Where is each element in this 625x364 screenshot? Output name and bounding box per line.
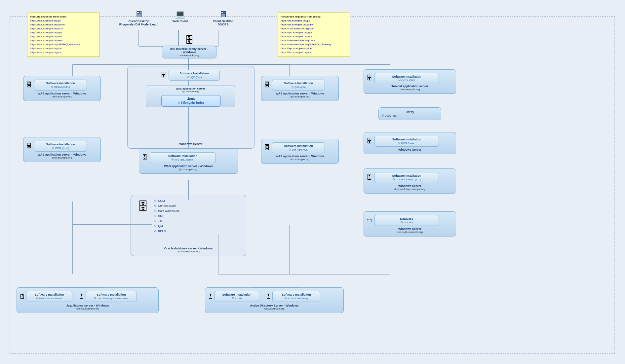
web-client: 💻 Web Client <box>167 9 193 23</box>
jazz-float-si-label: Software Installation <box>89 293 134 296</box>
forwarded-note: Forwarded requests from proxy: https://j… <box>278 13 350 57</box>
forwarded-url-9: https://dm.example.org/vvc <box>281 51 347 55</box>
client-desktop-doors: 🖥 Client DesktopDOORS <box>207 9 240 26</box>
dm-outer-box: 🗄 Software Installation ⚙ DM (/dm,/vvc) … <box>261 139 339 164</box>
qm-si-sub: QM (/qm) <box>294 86 306 89</box>
forwarded-url-4: https://qm.example.org/qm <box>281 31 347 35</box>
jena-label: Jena <box>164 97 218 101</box>
rds-ldap-gear-icon: ⚙ <box>284 297 287 300</box>
forwarded-url-3: https://ccm.example.org/ccm <box>281 27 347 31</box>
lqe-outer-box: 🗄 Software Installation ⚙ LQE (/lqe) WAS… <box>127 66 254 149</box>
license-outer-box: 🗄 Software Installation ⚙ Flex License S… <box>17 287 159 313</box>
db-item-qm: ⚙ QM <box>154 224 180 229</box>
inbound-url-3: https://sse.example.org/ccm <box>30 27 97 31</box>
doors-interop-server-label: Windows Server <box>367 184 453 188</box>
doors-db-gear-icon: ⚙ <box>400 221 403 224</box>
doors-dwa-icon: 🗄 <box>367 75 372 82</box>
lqe-si-label: Software Installation <box>172 72 217 75</box>
jts-server-label: WAS application server - Windows <box>142 164 235 168</box>
rds-ldap-si-sub: RDS LDAP Proxy <box>288 297 308 300</box>
db-item-content: ⚙ Content store <box>154 203 180 208</box>
jts-si-sub: JTS (/jts, /admin) <box>175 158 194 161</box>
ldap-si-label: Software Installation <box>217 293 256 296</box>
doors-interop-server-url: doors-interop.example.org <box>367 188 453 191</box>
inbound-url-2: https://sse.example.org/admin <box>30 23 97 27</box>
rds-ldap-software-box: Software Installation ⚙ RDS LDAP Proxy <box>272 291 320 302</box>
inbound-url-4: https://sse.example.org/qm <box>30 31 97 35</box>
doors-db-label: Database <box>377 217 436 220</box>
relm-si-sub: RELM (/relm) <box>54 86 70 89</box>
dwa-broker-software-box: Software Installation ⚙ DWA Broker <box>374 136 439 147</box>
doors-dwa-software-box: Software Installation DOORS DWA <box>374 73 439 83</box>
flex-license-si-label: Software Installation <box>29 293 69 296</box>
ldap-outer-box: 🗄 Software Installation ⚙ LDAP 🗄 Softwar… <box>205 287 344 313</box>
doors-interop-si-label: Software Installation <box>377 174 436 177</box>
db-item-ccm: ⚙ CCM <box>154 199 180 203</box>
ccm-server-url: ccm.example.org <box>26 156 98 159</box>
dm-gear-icon: ⚙ <box>289 148 291 151</box>
db-item-relm: ⚙ RELM <box>154 229 180 234</box>
jena-box: Jena ⚙ Lifecycle Index <box>161 95 221 107</box>
ccm-gear-icon: ⚙ <box>52 146 55 150</box>
web-client-icon: 💻 <box>167 9 193 19</box>
rds-ldap-si-label: Software Installation <box>275 293 317 296</box>
ihs-proxy-label: IHS Reverse proxy server - Windows <box>164 47 214 54</box>
jts-server-icon: 🗄 <box>142 154 148 161</box>
ldap-icon: 🗄 <box>208 294 213 300</box>
qm-outer-box: 🗄 Software Installation ⚙ QM (/qm) WAS a… <box>261 76 339 101</box>
jazz-float-si-sub: Jazz floating license server <box>97 297 129 300</box>
forwarded-url-1: https://jts.example.org/jts <box>281 19 347 23</box>
relm-server-label: WAS application server - Windows <box>26 92 98 95</box>
monitor-icon: 🖥 <box>119 9 159 19</box>
qm-server-url: qm.example.org <box>264 95 336 98</box>
inbound-url-5: https://sse.example.org/dm <box>30 35 97 39</box>
doors-db-box: 🗃 Database ⚙ DOORS Windows Server doors-… <box>364 211 456 237</box>
lqe-server-icon: 🗄 <box>161 72 167 79</box>
db-item-dw: ⚙ Data warehouse <box>154 209 180 214</box>
dm-si-sub: DM (/dm,/vvc) <box>292 148 308 151</box>
doors-db-sub: DOORS <box>404 221 413 224</box>
ihs-proxy-url: sse.example.org <box>164 54 214 57</box>
lqe-was-box: WAS application server lqe.example.org J… <box>146 86 235 107</box>
inbound-note: Inbound requests from client: https://ss… <box>27 13 100 57</box>
dm-si-label: Software Installation <box>275 144 322 148</box>
derby-sub: DWA TRS <box>385 114 397 117</box>
ihs-proxy-container: 🗄 IHS Reverse proxy server - Windows sse… <box>162 35 216 58</box>
jts-si-label: Software Installation <box>153 154 213 158</box>
dwa-broker-server-label: Windows Server <box>367 148 453 151</box>
derby-label: Derby <box>381 110 438 114</box>
ldap-gear-icon: ⚙ <box>232 297 234 300</box>
relm-si-label: Software Installation <box>37 82 84 85</box>
inbound-url-8: https://sse.example.org/lqe <box>30 47 97 51</box>
db-item-jts: ⚙ JTS <box>154 219 180 224</box>
doors-dwa-si-label: Software Installation <box>377 75 436 78</box>
relm-server-icon: 🗄 <box>26 82 32 89</box>
flex-license-gear-icon: ⚙ <box>36 297 39 300</box>
oracle-outer-box: 🗄 ⚙ CCM ⚙ Content store ⚙ Data warehouse… <box>131 195 246 256</box>
derby-box: Derby ⚙ DWA TRS <box>378 107 441 120</box>
inbound-url-7: https://sse.example.org/SPARQl_Gateway <box>30 43 97 47</box>
dwa-broker-si-label: Software Installation <box>377 138 436 141</box>
dm-software-box: Software Installation ⚙ DM (/dm,/vvc) <box>272 142 325 153</box>
relm-software-box: Software Installation ⚙ RELM (/relm) <box>34 80 87 91</box>
dm-server-url: dm.example.org <box>264 158 336 161</box>
inbound-url-1: https://sse.example.org/jts <box>30 19 97 23</box>
lifecycle-index-label: Lifecycle Index <box>181 101 205 105</box>
lqe-windows-label: Windows Server <box>128 142 254 146</box>
doors-interop-gear-icon: ⚙ <box>392 178 395 181</box>
client-desktop-rhapsody: 🖥 Client DesktopRhapsody (DM Model Load) <box>119 9 159 26</box>
jts-gear-icon: ⚙ <box>171 158 174 161</box>
jts-software-box: Software Installation ⚙ JTS (/jts, /admi… <box>150 152 216 163</box>
inbound-url-6: https://sse.example.org/relm <box>30 39 97 43</box>
dwa-broker-gear-icon: ⚙ <box>398 141 401 145</box>
relm-server-url: relm.example.org <box>26 95 98 98</box>
db-item-dm: ⚙ DM <box>154 214 180 219</box>
inbound-url-9: https://sse.example.org/vvc <box>30 51 97 55</box>
lqe-was-url: lqe.example.org <box>148 90 233 92</box>
forwarded-url-5: https://dm.example.org/dm <box>281 35 347 39</box>
ccm-software-box: Software Installation ⚙ CCM (/ccm) <box>34 141 87 152</box>
ldap-si-sub: LDAP <box>235 297 242 300</box>
qm-si-label: Software Installation <box>275 82 322 85</box>
doors-interop-icon: 🗄 <box>367 174 372 181</box>
ccm-server-label: WAS application server - Windows <box>26 153 98 156</box>
